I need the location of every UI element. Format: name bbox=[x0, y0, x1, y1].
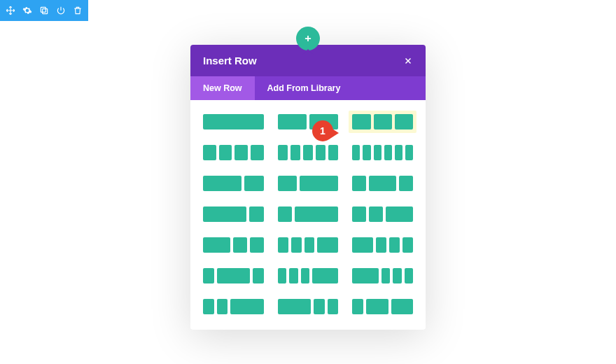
layout-option[interactable] bbox=[352, 145, 413, 160]
modal-tabs: New Row Add From Library bbox=[190, 76, 426, 100]
layout-option[interactable] bbox=[278, 145, 339, 160]
gear-icon[interactable] bbox=[19, 2, 36, 19]
layout-column bbox=[251, 145, 264, 160]
layout-column bbox=[376, 237, 386, 253]
layout-column bbox=[301, 268, 309, 284]
layout-column bbox=[244, 176, 264, 191]
layout-column bbox=[384, 145, 392, 160]
layout-column bbox=[253, 268, 264, 284]
layout-option[interactable] bbox=[203, 145, 264, 160]
power-icon[interactable] bbox=[52, 2, 69, 19]
tab-new-row[interactable]: New Row bbox=[190, 76, 255, 100]
duplicate-icon[interactable] bbox=[36, 2, 52, 19]
layout-column bbox=[386, 206, 413, 222]
layout-column bbox=[295, 206, 338, 222]
layout-column bbox=[278, 145, 288, 160]
layout-column bbox=[352, 237, 373, 253]
layout-column bbox=[249, 206, 264, 222]
layout-column bbox=[278, 206, 293, 222]
layout-column bbox=[278, 176, 298, 191]
layout-option[interactable] bbox=[352, 176, 413, 191]
move-icon[interactable] bbox=[2, 2, 19, 19]
layout-option[interactable] bbox=[352, 206, 413, 222]
layout-option[interactable] bbox=[278, 268, 339, 284]
modal-body bbox=[190, 100, 426, 330]
trash-icon[interactable] bbox=[69, 2, 86, 19]
layout-column bbox=[217, 299, 228, 314]
layout-option[interactable] bbox=[278, 114, 339, 130]
layout-column bbox=[395, 114, 413, 130]
layout-option[interactable] bbox=[203, 237, 264, 253]
layout-column bbox=[230, 299, 263, 314]
layout-column bbox=[309, 114, 338, 130]
layout-column bbox=[203, 145, 216, 160]
layout-column bbox=[382, 268, 390, 284]
layout-column bbox=[366, 299, 388, 314]
insert-row-modal: Insert Row New Row Add From Library bbox=[190, 45, 426, 330]
layout-column bbox=[250, 237, 264, 253]
layout-column bbox=[352, 114, 370, 130]
layout-column bbox=[352, 268, 378, 284]
layout-column bbox=[328, 299, 339, 314]
layout-column bbox=[374, 114, 392, 130]
close-icon[interactable] bbox=[403, 56, 413, 66]
layout-column bbox=[304, 237, 315, 253]
svg-rect-0 bbox=[43, 9, 48, 14]
layout-column bbox=[233, 237, 247, 253]
layout-option[interactable] bbox=[203, 268, 264, 284]
layout-column bbox=[278, 299, 311, 314]
layout-column bbox=[352, 299, 363, 314]
layout-grid bbox=[203, 114, 413, 314]
layout-column bbox=[278, 114, 307, 130]
layout-column bbox=[391, 299, 413, 314]
svg-rect-1 bbox=[41, 7, 46, 12]
layout-column bbox=[316, 145, 326, 160]
layout-column bbox=[289, 268, 298, 284]
layout-column bbox=[363, 145, 370, 160]
layout-option[interactable] bbox=[278, 299, 339, 314]
layout-option[interactable] bbox=[352, 299, 413, 314]
layout-option[interactable] bbox=[278, 237, 339, 253]
layout-column bbox=[395, 145, 402, 160]
layout-option[interactable] bbox=[352, 268, 413, 284]
layout-column bbox=[234, 145, 248, 160]
tab-add-from-library[interactable]: Add From Library bbox=[255, 76, 354, 100]
layout-column bbox=[328, 145, 338, 160]
layout-column bbox=[369, 206, 383, 222]
layout-column bbox=[278, 237, 288, 253]
layout-option[interactable] bbox=[352, 237, 413, 253]
layout-column bbox=[217, 268, 250, 284]
layout-column bbox=[278, 268, 286, 284]
layout-column bbox=[389, 237, 400, 253]
layout-column bbox=[405, 145, 413, 160]
layout-column bbox=[203, 268, 214, 284]
layout-column bbox=[312, 268, 338, 284]
modal-title: Insert Row bbox=[203, 55, 257, 66]
layout-column bbox=[393, 268, 401, 284]
layout-option[interactable] bbox=[349, 111, 416, 133]
layout-option[interactable] bbox=[203, 206, 264, 222]
layout-column bbox=[203, 299, 214, 314]
layout-column bbox=[290, 145, 300, 160]
layout-column bbox=[352, 176, 366, 191]
layout-column bbox=[291, 237, 302, 253]
layout-column bbox=[303, 145, 313, 160]
layout-column bbox=[203, 176, 241, 191]
layout-option[interactable] bbox=[203, 114, 264, 130]
add-section-button[interactable] bbox=[296, 27, 320, 50]
layout-option[interactable] bbox=[203, 299, 264, 314]
layout-column bbox=[203, 114, 264, 130]
layout-column bbox=[203, 237, 230, 253]
layout-option[interactable] bbox=[278, 176, 339, 191]
layout-option[interactable] bbox=[278, 206, 339, 222]
layout-column bbox=[352, 206, 366, 222]
layout-column bbox=[369, 176, 396, 191]
layout-column bbox=[300, 176, 338, 191]
layout-column bbox=[203, 206, 246, 222]
layout-column bbox=[405, 268, 413, 284]
layout-option[interactable] bbox=[203, 176, 264, 191]
layout-column bbox=[314, 299, 325, 314]
layout-column bbox=[402, 237, 413, 253]
layout-column bbox=[399, 176, 413, 191]
layout-column bbox=[352, 145, 360, 160]
